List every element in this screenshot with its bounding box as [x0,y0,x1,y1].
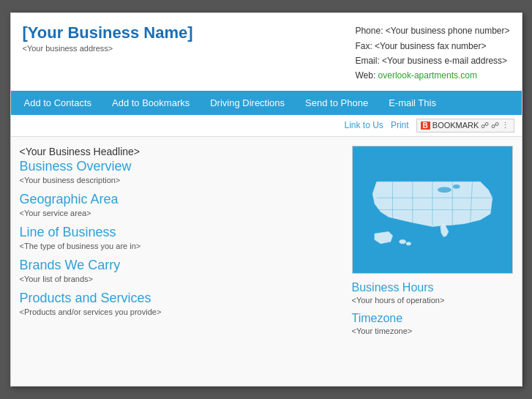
section-title-4: Products and Services [20,291,342,306]
fax-label: Fax: <Your business fax number> [355,39,509,53]
section-desc-1: <Your service area> [20,209,342,217]
section-desc-0: <Your business description> [20,176,342,184]
business-name: [Your Business Name] [23,23,193,42]
sub-toolbar: Link to Us Print B BOOKMARK ☍ ☍ ⋮ [11,115,522,137]
timezone-desc: <Your timezone> [352,327,513,335]
business-hours-title: Business Hours [352,281,513,294]
bookmark-button[interactable]: B BOOKMARK ☍ ☍ ⋮ [416,119,514,133]
page-wrapper: [Your Business Name] <Your business addr… [10,12,522,387]
header-right: Phone: <Your business phone number> Fax:… [355,23,509,83]
nav-add-contacts[interactable]: Add to Contacts [14,91,102,115]
section-title-3: Brands We Carry [20,258,342,273]
bookmark-icon: B [421,122,430,130]
business-headline: <Your Business Headline> [20,146,342,157]
nav-send-to-phone[interactable]: Send to Phone [295,91,378,115]
timezone-title: Timezone [352,312,513,325]
right-column: Business Hours <Your hours of operation>… [352,146,513,377]
header-left: [Your Business Name] <Your business addr… [23,23,193,53]
bookmark-icons: ☍ ☍ ⋮ [481,121,509,130]
phone-label: Phone: <Your business phone number> [355,23,509,38]
us-map [352,146,513,274]
section-desc-3: <Your list of brands> [20,275,342,283]
section-desc-2: <The type of business you are in> [20,242,342,250]
main-content: <Your Business Headline> Business Overvi… [11,137,522,386]
nav-add-bookmarks[interactable]: Add to Bookmarks [102,91,200,115]
svg-point-11 [406,242,411,245]
nav-email-this[interactable]: E-mail This [378,91,446,115]
business-address: <Your business address> [23,44,193,53]
section-title-1: Geographic Area [20,192,342,207]
bookmark-label: BOOKMARK [432,121,479,130]
section-title-0: Business Overview [20,159,342,174]
svg-point-8 [437,187,452,193]
svg-point-10 [399,239,405,243]
navbar: Add to Contacts Add to Bookmarks Driving… [11,91,522,115]
header: [Your Business Name] <Your business addr… [11,13,522,91]
section-title-2: Line of Business [20,225,342,240]
print-link[interactable]: Print [391,120,409,130]
business-hours-desc: <Your hours of operation> [352,296,513,305]
email-label: Email: <Your business e-mail address> [355,53,509,68]
link-to-us[interactable]: Link to Us [345,120,383,130]
svg-point-9 [452,184,460,189]
left-column: <Your Business Headline> Business Overvi… [20,146,352,377]
section-desc-4: <Products and/or services you provide> [20,307,342,316]
nav-driving-directions[interactable]: Driving Directions [200,91,295,115]
web-link[interactable]: overlook-apartments.com [378,70,477,81]
web-label: Web: overlook-apartments.com [355,68,509,83]
